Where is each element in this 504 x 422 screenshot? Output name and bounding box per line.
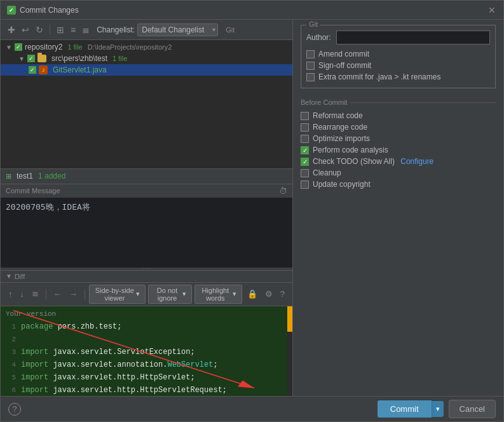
before-commit-divider [351, 102, 496, 103]
cancel-button[interactable]: Cancel [449, 400, 496, 418]
lock-btn[interactable]: 🔒 [245, 288, 260, 300]
close-button[interactable]: ✕ [487, 6, 497, 15]
tree-item-src[interactable]: ▼ ✓ src\pers\zhb\test 1 file [1, 53, 292, 64]
check-todo-checkbox[interactable] [301, 158, 309, 166]
scroll-indicator [287, 306, 292, 332]
footer-right: Commit ▾ Cancel [378, 400, 496, 418]
tree-item-file[interactable]: ✓ J GitServlet1.java [1, 64, 292, 76]
footer-left: ? [8, 403, 21, 416]
changeset-badge: 1 added [38, 172, 65, 180]
repo-path: D:\IdeaProjects\repository2 [88, 43, 172, 51]
settings-btn[interactable]: ⚙ [262, 288, 275, 300]
recent-messages-icon[interactable]: ⏱ [279, 186, 287, 196]
extra-commit-row[interactable]: Extra commit for .java > .kt renames [306, 71, 490, 83]
extra-commit-checkbox[interactable] [306, 73, 315, 81]
help-diff-btn[interactable]: ? [278, 288, 287, 300]
highlight-words-btn[interactable]: Highlight words ▾ [194, 285, 242, 304]
commit-message-input[interactable]: 20200705晚，IDEA将 [1, 198, 292, 268]
java-icon: J [39, 65, 48, 74]
perform-analysis-checkbox[interactable] [301, 146, 309, 154]
main-content: ✚ ↩ ↻ ⊞ ≡ ≣ Changelist: Default Changeli… [1, 20, 503, 396]
bottom-bar: ⊞ test1 1 added [1, 168, 292, 184]
diff-down-btn[interactable]: ↓ [18, 288, 27, 300]
add-toolbar-btn[interactable]: ✚ [6, 24, 17, 36]
folder-icon-src [37, 55, 46, 62]
changelist-wrapper[interactable]: Default Changelist ▾ [137, 24, 218, 36]
perform-analysis-row[interactable]: Perform code analysis [301, 144, 496, 156]
line-content-3: import javax.servlet.ServletException; [21, 346, 195, 358]
ignore-arrow: ▾ [182, 290, 186, 298]
check-todo-label: Check TODO (Show All) [313, 157, 397, 166]
amend-commit-checkbox[interactable] [306, 50, 315, 58]
cleanup-label: Cleanup [313, 168, 341, 177]
update-copyright-row[interactable]: Update copyright [301, 179, 496, 190]
code-area: Your version 1 package pers.zhb.test; 2 [1, 306, 292, 397]
sort2-toolbar-btn[interactable]: ≣ [80, 24, 92, 36]
code-line-4: 4 import javax.servlet.annotation.WebSer… [1, 358, 292, 371]
reformat-code-row[interactable]: Reformat code [301, 110, 496, 121]
commit-message-title: Commit Message [6, 187, 60, 194]
code-line-1: 1 package pers.zhb.test; [1, 320, 292, 333]
diff-prev-btn[interactable]: ← [51, 288, 64, 300]
ignore-label: Do not ignore [154, 287, 180, 302]
signoff-commit-checkbox[interactable] [306, 62, 315, 70]
amend-commit-label: Amend commit [318, 50, 369, 58]
line-num-6: 6 [1, 384, 21, 397]
optimize-imports-checkbox[interactable] [301, 135, 309, 143]
refresh-toolbar-btn[interactable]: ↻ [34, 24, 45, 36]
code-line-5: 5 import javax.servlet.http.HttpServlet; [1, 371, 292, 384]
title-bar-left: ✔ Commit Changes [7, 6, 79, 15]
diff-up-btn[interactable]: ↑ [6, 288, 15, 300]
diff-sep2 [85, 289, 85, 299]
line-content-2 [21, 333, 25, 346]
commit-dialog: ✔ Commit Changes ✕ ✚ ↩ ↻ ⊞ ≡ ≣ Changelis… [0, 0, 504, 422]
diff-changes-btn[interactable]: ≋ [29, 288, 41, 300]
cleanup-checkbox[interactable] [301, 169, 309, 177]
diff-next-btn[interactable]: → [67, 288, 80, 300]
optimize-imports-row[interactable]: Optimize imports [301, 133, 496, 144]
changeset-label: test1 [17, 172, 33, 180]
rearrange-code-row[interactable]: Rearrange code [301, 121, 496, 133]
your-version-label: Your version [1, 309, 292, 320]
signoff-commit-row[interactable]: Sign-off commit [306, 60, 490, 71]
configure-link[interactable]: Configure [400, 157, 433, 166]
perform-analysis-label: Perform code analysis [313, 146, 388, 154]
toolbar-sep1 [50, 25, 50, 35]
tree-arrow-repo: ▼ [6, 44, 12, 51]
commit-button[interactable]: Commit [378, 400, 432, 418]
cleanup-row[interactable]: Cleanup [301, 167, 496, 179]
commit-message-header: Commit Message ⏱ [1, 184, 292, 198]
tree-check-src[interactable]: ✓ [27, 55, 35, 62]
tree-check-file[interactable]: ✓ [29, 66, 36, 74]
author-input[interactable] [336, 31, 490, 44]
help-button[interactable]: ? [8, 403, 21, 416]
sort-toolbar-btn[interactable]: ≡ [69, 24, 78, 36]
author-label: Author: [306, 33, 331, 42]
update-copyright-checkbox[interactable] [301, 180, 309, 189]
commit-arrow-button[interactable]: ▾ [432, 401, 444, 417]
optimize-imports-label: Optimize imports [313, 134, 370, 143]
tree-check-repo[interactable]: ✓ [15, 43, 22, 51]
highlight-label: Highlight words [200, 287, 231, 302]
line-num-4: 4 [1, 358, 21, 371]
line-num-2: 2 [1, 333, 21, 346]
line-content-1: package pers.zhb.test; [21, 320, 121, 333]
diff-expand-icon: ▼ [6, 273, 12, 280]
commit-btn-group: Commit ▾ [378, 400, 444, 418]
check-todo-row[interactable]: Check TODO (Show All) Configure [301, 156, 496, 167]
reformat-code-checkbox[interactable] [301, 112, 309, 120]
ignore-btn[interactable]: Do not ignore ▾ [148, 285, 192, 304]
tree-item-repo[interactable]: ▼ ✓ repository2 1 file D:\IdeaProjects\r… [1, 41, 292, 53]
amend-commit-row[interactable]: Amend commit [306, 48, 490, 60]
side-by-side-viewer-btn[interactable]: Side-by-side viewer ▾ [89, 285, 146, 304]
undo-toolbar-btn[interactable]: ↩ [20, 24, 31, 36]
right-panel: Git Author: Amend commit Sign-off commit… [293, 20, 503, 396]
rearrange-code-checkbox[interactable] [301, 123, 309, 132]
diff-section: ▼ Diff ↑ ↓ ≋ ← → Side-by-side viewer ▾ [1, 270, 292, 397]
update-copyright-label: Update copyright [313, 180, 371, 189]
changelist-select[interactable]: Default Changelist [137, 24, 218, 36]
git-label: Git [226, 26, 235, 34]
left-panel: ✚ ↩ ↻ ⊞ ≡ ≣ Changelist: Default Changeli… [1, 20, 293, 396]
viewer-arrow: ▾ [136, 290, 140, 298]
group-toolbar-btn[interactable]: ⊞ [55, 24, 66, 36]
